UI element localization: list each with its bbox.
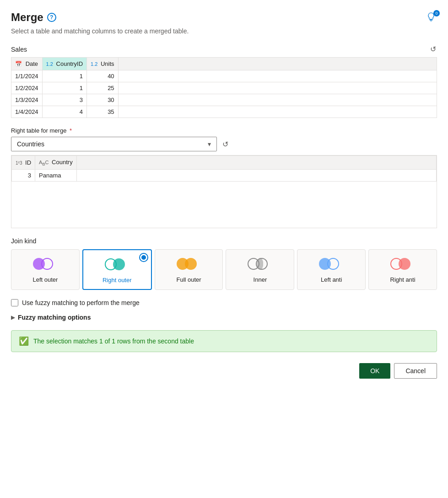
join-kind-label: Join kind	[11, 237, 437, 245]
chevron-down-icon: ▾	[208, 140, 211, 148]
table-row: 1/4/2024 4 35	[11, 106, 437, 118]
left-outer-venn	[33, 256, 58, 272]
dropdown-value: Countries	[17, 140, 44, 148]
join-card-full-outer[interactable]: Full outer	[155, 249, 223, 290]
right-anti-venn	[390, 256, 415, 272]
header: Merge ? 0	[11, 11, 437, 24]
sales-row2-units: 25	[87, 82, 119, 94]
sales-row1-date: 1/1/2024	[11, 70, 43, 82]
sales-row3-countryid: 3	[42, 94, 86, 106]
sales-col-empty	[118, 58, 437, 70]
lightbulb-icon[interactable]: 0	[426, 12, 437, 23]
table-row: 1/1/2024 1 40	[11, 70, 437, 82]
inner-venn	[248, 256, 272, 272]
fuzzy-options-label: Fuzzy matching options	[18, 314, 91, 321]
countries-col-country[interactable]: ABC Country	[35, 156, 77, 170]
countries-col-id[interactable]: 1²3 ID	[12, 156, 35, 170]
sales-row3-units: 30	[87, 94, 119, 106]
join-card-right-outer[interactable]: Right outer	[82, 249, 152, 290]
join-card-left-anti[interactable]: Left anti	[297, 249, 366, 290]
countries-table-wrap: 1²3 ID ABC Country 3 Panama	[11, 155, 437, 228]
sales-row2-countryid: 1	[42, 82, 86, 94]
left-anti-venn	[319, 256, 344, 272]
match-message: The selection matches 1 of 1 rows from t…	[33, 337, 194, 345]
venn-intersection	[257, 258, 263, 270]
sales-row2-empty	[118, 82, 437, 94]
sales-col-units[interactable]: 1.2 Units	[87, 58, 119, 70]
join-card-full-outer-label: Full outer	[176, 276, 201, 283]
sales-row3-empty	[118, 94, 437, 106]
right-table-label: Right table for merge	[11, 127, 66, 134]
sales-row4-countryid: 4	[42, 106, 86, 118]
page-title: Merge	[11, 11, 43, 24]
fuzzy-options-expander[interactable]: ▶ Fuzzy matching options	[11, 314, 437, 321]
join-card-left-outer-label: Left outer	[32, 276, 58, 283]
join-card-right-anti-label: Right anti	[390, 276, 416, 283]
countries-row1-country: Panama	[35, 170, 77, 182]
venn-circle-right	[41, 258, 53, 270]
countries-refresh-button[interactable]: ↺	[221, 139, 229, 150]
join-card-inner[interactable]: Inner	[226, 249, 294, 290]
venn-circle-right	[185, 258, 197, 270]
table-row: 1/2/2024 1 25	[11, 82, 437, 94]
join-card-left-outer[interactable]: Left outer	[11, 249, 80, 290]
calendar-icon: 📅	[15, 61, 22, 67]
sales-col-date[interactable]: 📅 Date	[11, 58, 43, 70]
sales-table: 📅 Date 1.2 CountryID 1.2 Units 1/1/2024 …	[11, 57, 437, 118]
check-circle-icon: ✅	[19, 336, 29, 346]
sales-row4-date: 1/4/2024	[11, 106, 43, 118]
subtitle: Select a table and matching columns to c…	[11, 27, 437, 35]
help-icon[interactable]: ?	[47, 13, 56, 22]
join-kind-grid: Left outer Right outer Full outer Inner	[11, 249, 437, 290]
expand-arrow-icon: ▶	[11, 314, 15, 321]
countries-row1-empty	[76, 170, 436, 182]
ok-button[interactable]: OK	[359, 363, 390, 379]
right-table-section: Right table for merge *	[11, 127, 437, 134]
table-row: 1/3/2024 3 30	[11, 94, 437, 106]
sales-refresh-button[interactable]: ↺	[429, 44, 437, 54]
join-card-right-anti[interactable]: Right anti	[368, 249, 437, 290]
join-card-inner-label: Inner	[254, 276, 267, 283]
table-row: 3 Panama	[12, 170, 437, 182]
sales-row1-units: 40	[87, 70, 119, 82]
countries-table: 1²3 ID ABC Country 3 Panama	[11, 155, 437, 182]
fuzzy-matching-checkbox[interactable]	[11, 299, 18, 306]
join-card-left-anti-label: Left anti	[321, 276, 342, 283]
sales-row2-date: 1/2/2024	[11, 82, 43, 94]
countries-col-empty	[76, 156, 436, 170]
full-outer-venn	[177, 256, 201, 272]
lightbulb-badge: 0	[433, 10, 440, 16]
right-outer-venn	[105, 257, 130, 272]
sales-row1-empty	[118, 70, 437, 82]
right-table-dropdown[interactable]: Countries ▾	[11, 137, 217, 151]
dropdown-container: Countries ▾ ↺	[11, 137, 437, 151]
countries-row1-id: 3	[12, 170, 35, 182]
fuzzy-matching-row: Use fuzzy matching to perform the merge	[11, 299, 437, 306]
sales-row4-empty	[118, 106, 437, 118]
sales-section-label: Sales ↺	[11, 44, 437, 54]
required-star: *	[70, 127, 72, 134]
sales-row3-date: 1/3/2024	[11, 94, 43, 106]
sales-row4-units: 35	[87, 106, 119, 118]
sales-col-countryid[interactable]: 1.2 CountryID	[42, 58, 86, 70]
venn-circle-right	[399, 258, 410, 270]
join-card-right-outer-label: Right outer	[103, 277, 132, 284]
match-banner: ✅ The selection matches 1 of 1 rows from…	[11, 330, 437, 352]
footer-buttons: OK Cancel	[11, 363, 437, 379]
title-area: Merge ?	[11, 11, 56, 24]
venn-circle-right	[327, 258, 339, 270]
fuzzy-matching-label[interactable]: Use fuzzy matching to perform the merge	[22, 299, 140, 306]
venn-circle-right	[113, 258, 125, 270]
sales-row1-countryid: 1	[42, 70, 86, 82]
selected-indicator	[140, 254, 147, 261]
cancel-button[interactable]: Cancel	[394, 363, 437, 379]
